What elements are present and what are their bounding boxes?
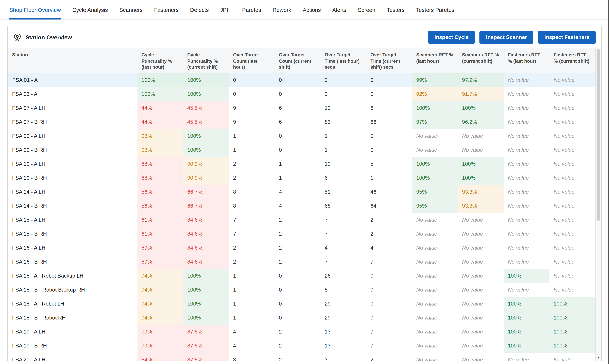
table-row[interactable]: FSA 07 - A LH44%45.5%96106100%100%No val… — [8, 101, 595, 115]
station-name: FSA 18 - B - Robot Backup RH — [8, 283, 137, 297]
metric-cell: No value — [549, 115, 595, 129]
metric-cell: No value — [412, 297, 458, 311]
table-area: StationCycle Punctuality % (last hour)Cy… — [8, 48, 601, 361]
tab-paretos[interactable]: Paretos — [242, 0, 261, 19]
table-row[interactable]: FSA 03 - A100%100%000092%91.7%No valueNo… — [8, 87, 595, 101]
metric-cell: 46 — [366, 185, 412, 199]
inspect-scanner-button[interactable]: Inspect Scanner — [480, 31, 533, 44]
metric-cell: 0 — [366, 311, 412, 325]
metric-cell: No value — [549, 101, 595, 115]
table-row[interactable]: FSA 16 - B RH89%84.6%2277No valueNo valu… — [8, 255, 595, 269]
tab-screen[interactable]: Screen — [358, 0, 375, 19]
metric-cell: 1 — [275, 171, 320, 185]
metric-cell: 83 — [320, 115, 366, 129]
metric-cell: No value — [412, 338, 458, 352]
tab-alerts[interactable]: Alerts — [332, 0, 346, 19]
station-name: FSA 10 - A LH — [8, 157, 137, 171]
metric-cell: 10 — [320, 157, 366, 171]
column-header-cycle-punctuality-last-hour[interactable]: Cycle Punctuality % (last hour) — [137, 48, 183, 73]
table-row[interactable]: FSA 14 - B RH56%66.7%84686495%93.3%No va… — [8, 199, 595, 213]
table-row[interactable]: FSA 19 - B RH79%87.5%42137No valueNo val… — [8, 338, 595, 352]
table-row[interactable]: FSA 09 - B RH93%100%1010No valueNo value… — [8, 143, 595, 157]
metric-cell: 56% — [137, 199, 183, 213]
station-name: FSA 18 - A - Robot Backup LH — [8, 269, 137, 283]
tab-cycle-analysis[interactable]: Cycle Analysis — [72, 0, 108, 19]
tab-fasteners[interactable]: Fasteners — [154, 0, 179, 19]
metric-cell: 100% — [412, 101, 458, 115]
table-row[interactable]: FSA 18 - A - Robot LH94%100%10290No valu… — [8, 297, 595, 311]
metric-cell: No value — [412, 269, 458, 283]
metric-cell: 2 — [275, 325, 320, 338]
metric-cell: 100% — [458, 101, 504, 115]
metric-cell: 100% — [549, 311, 595, 325]
column-header-fasteners-rft-current-shift[interactable]: Fasteners RFT % (current shift) — [549, 48, 595, 73]
table-row[interactable]: FSA 10 - B RH88%90.9%2161100%100%No valu… — [8, 171, 595, 185]
table-row[interactable]: FSA 18 - B - Robot RH94%100%10290No valu… — [8, 311, 595, 325]
metric-cell: 2 — [366, 352, 412, 361]
table-row[interactable]: FSA 07 - B RH44%45.5%96836697%96.2%No va… — [8, 115, 595, 129]
metric-cell: No value — [412, 352, 458, 361]
table-row[interactable]: FSA 20 - A LH84%87.5%3232No valueNo valu… — [8, 352, 595, 361]
metric-cell: 100% — [504, 311, 550, 325]
metric-cell: 100% — [549, 325, 595, 338]
metric-cell: No value — [458, 213, 504, 227]
table-row[interactable]: FSA 15 - A LH61%84.6%7272No valueNo valu… — [8, 213, 595, 227]
tab-defects[interactable]: Defects — [190, 0, 209, 19]
metric-cell: 56% — [137, 185, 183, 199]
tab-actions[interactable]: Actions — [303, 0, 321, 19]
tab-testers-paretos[interactable]: Testers Paretos — [416, 0, 454, 19]
column-header-over-target-count-current-shift[interactable]: Over Target Count (current shift) — [275, 48, 320, 73]
inspect-fasteners-button[interactable]: Inspect Fasteners — [538, 31, 596, 44]
metric-cell: No value — [412, 241, 458, 255]
metric-cell: No value — [549, 227, 595, 241]
tab-rework[interactable]: Rework — [273, 0, 291, 19]
table-row[interactable]: FSA 16 - A LH89%84.6%2244No valueNo valu… — [8, 241, 595, 255]
table-row[interactable]: FSA 19 - A LH79%87.5%42137No valueNo val… — [8, 325, 595, 338]
scrollbar-down-button[interactable]: ▼ — [596, 355, 601, 360]
table-row[interactable]: FSA 14 - A LH56%66.7%84514695%93.3%No va… — [8, 185, 595, 199]
column-header-cycle-punctuality-current-shift[interactable]: Cycle Punctuality % (current shift) — [183, 48, 229, 73]
metric-cell: 29 — [320, 311, 366, 325]
station-name: FSA 19 - B RH — [8, 338, 137, 352]
tab-shop-floor-overview[interactable]: Shop Floor Overview — [9, 0, 61, 19]
column-header-over-target-time-current-shift-secs[interactable]: Over Target Time (current shift) secs — [366, 48, 412, 73]
metric-cell: 0 — [320, 73, 366, 87]
metric-cell: 6 — [275, 115, 320, 129]
metric-cell: No value — [549, 269, 595, 283]
metric-cell: No value — [458, 311, 504, 325]
station-name: FSA 09 - B RH — [8, 143, 137, 157]
metric-cell: 13 — [320, 338, 366, 352]
scrollbar-thumb[interactable] — [597, 49, 600, 221]
metric-cell: 7 — [320, 255, 366, 269]
table-row[interactable]: FSA 18 - A - Robot Backup LH94%100%10260… — [8, 269, 595, 283]
metric-cell: 88% — [137, 157, 183, 171]
metric-cell: 79% — [137, 338, 183, 352]
column-header-over-target-time-last-hour-secs[interactable]: Over Target Time (last hour) secs — [320, 48, 366, 73]
metric-cell: 7 — [366, 325, 412, 338]
tab-testers[interactable]: Testers — [387, 0, 405, 19]
column-header-over-target-count-last-hour[interactable]: Over Target Count (last hour) — [229, 48, 275, 73]
metric-cell: 93.3% — [458, 199, 504, 213]
column-header-scanners-rft-last-hour[interactable]: Scanners RFT % (last hour) — [412, 48, 458, 73]
metric-cell: No value — [412, 325, 458, 338]
vertical-scrollbar[interactable]: ▼ — [595, 48, 601, 361]
column-header-station[interactable]: Station — [8, 48, 137, 73]
metric-cell: 1 — [229, 269, 275, 283]
metric-cell: No value — [412, 213, 458, 227]
table-row[interactable]: FSA 10 - A LH88%90.9%21105100%100%No val… — [8, 157, 595, 171]
station-name: FSA 18 - A - Robot LH — [8, 297, 137, 311]
column-header-fasteners-rft-last-hour[interactable]: Fasteners RFT % (last hour) — [504, 48, 550, 73]
metric-cell: 0 — [366, 87, 412, 101]
column-header-scanners-rft-current-shift[interactable]: Scanners RFT % (current shift) — [458, 48, 504, 73]
tab-jph[interactable]: JPH — [220, 0, 231, 19]
tab-scanners[interactable]: Scanners — [119, 0, 143, 19]
inspect-cycle-button[interactable]: Inspect Cycle — [428, 31, 475, 44]
metric-cell: No value — [504, 227, 550, 241]
table-row[interactable]: FSA 01 - A100%100%000099%97.9%No valueNo… — [8, 73, 595, 87]
metric-cell: No value — [504, 73, 550, 87]
table-row[interactable]: FSA 15 - B RH61%84.6%7272No valueNo valu… — [8, 227, 595, 241]
metric-cell: 94% — [137, 283, 183, 297]
table-row[interactable]: FSA 18 - B - Robot Backup RH94%100%1050N… — [8, 283, 595, 297]
table-row[interactable]: FSA 09 - A LH93%100%1010No valueNo value… — [8, 129, 595, 143]
metric-cell: No value — [549, 283, 595, 297]
